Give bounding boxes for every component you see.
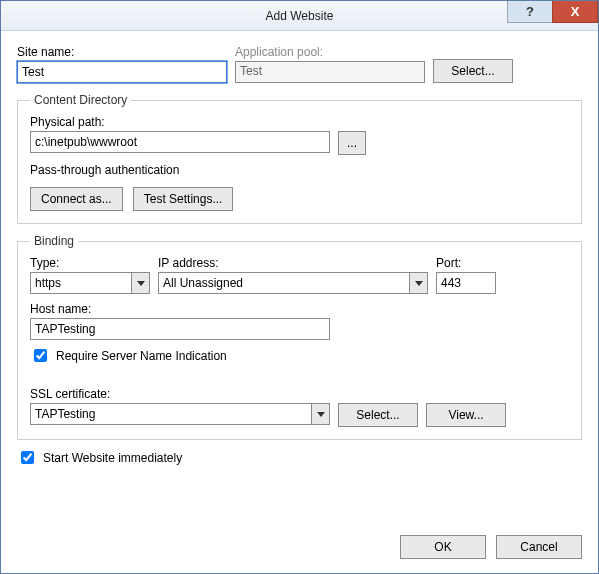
binding-group: Binding Type: https IP address: All Unas… (17, 234, 582, 440)
ssl-view-button[interactable]: View... (426, 403, 506, 427)
start-immediately-checkbox[interactable]: Start Website immediately (17, 448, 582, 467)
help-button[interactable]: ? (507, 1, 553, 23)
content-directory-legend: Content Directory (30, 93, 131, 107)
dialog-footer: OK Cancel (1, 525, 598, 573)
add-website-dialog: Add Website ? X Site name: Application p… (0, 0, 599, 574)
passthrough-label: Pass-through authentication (30, 163, 569, 177)
chevron-down-icon (131, 273, 149, 293)
test-settings-button[interactable]: Test Settings... (133, 187, 234, 211)
content-directory-group: Content Directory Physical path: ... Pas… (17, 93, 582, 224)
start-immediately-label: Start Website immediately (43, 451, 182, 465)
require-sni-checkbox[interactable]: Require Server Name Indication (30, 346, 569, 365)
physical-path-input[interactable] (30, 131, 330, 153)
app-pool-label: Application pool: (235, 45, 425, 59)
port-input[interactable] (436, 272, 496, 294)
ok-button[interactable]: OK (400, 535, 486, 559)
site-name-label: Site name: (17, 45, 227, 59)
app-pool-select-button[interactable]: Select... (433, 59, 513, 83)
connect-as-button[interactable]: Connect as... (30, 187, 123, 211)
host-name-input[interactable] (30, 318, 330, 340)
chevron-down-icon (311, 404, 329, 424)
ip-label: IP address: (158, 256, 428, 270)
ssl-label: SSL certificate: (30, 387, 569, 401)
dialog-title: Add Website (266, 9, 334, 23)
app-pool-value: Test (235, 61, 425, 83)
type-combo[interactable]: https (30, 272, 150, 294)
physical-path-label: Physical path: (30, 115, 105, 129)
ip-combo[interactable]: All Unassigned (158, 272, 428, 294)
site-name-input[interactable] (17, 61, 227, 83)
host-label: Host name: (30, 302, 569, 316)
close-button[interactable]: X (552, 1, 598, 23)
require-sni-label: Require Server Name Indication (56, 349, 227, 363)
binding-legend: Binding (30, 234, 78, 248)
cancel-button[interactable]: Cancel (496, 535, 582, 559)
titlebar: Add Website ? X (1, 1, 598, 31)
type-label: Type: (30, 256, 150, 270)
ssl-cert-combo[interactable]: TAPTesting (30, 403, 330, 425)
require-sni-input[interactable] (34, 349, 47, 362)
port-label: Port: (436, 256, 496, 270)
start-immediately-input[interactable] (21, 451, 34, 464)
browse-path-button[interactable]: ... (338, 131, 366, 155)
ssl-select-button[interactable]: Select... (338, 403, 418, 427)
chevron-down-icon (409, 273, 427, 293)
